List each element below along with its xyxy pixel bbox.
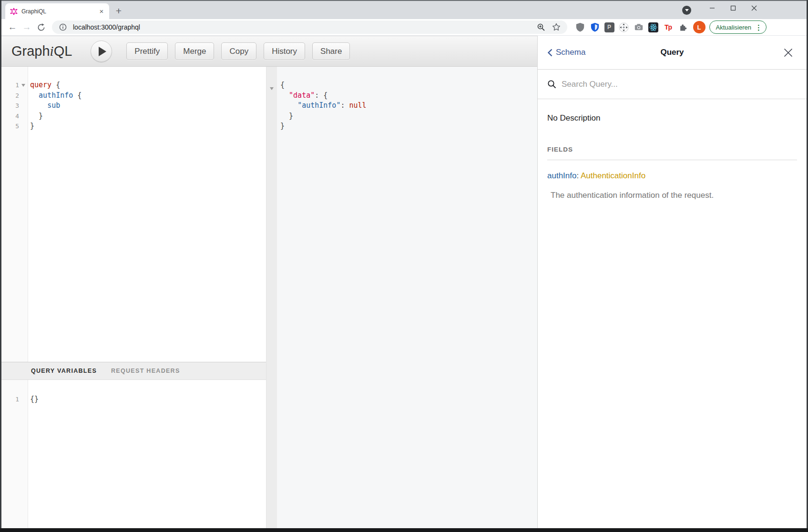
execute-button[interactable] <box>91 41 112 62</box>
doc-explorer-body: No Description FIELDS authInfo: Authenti… <box>538 99 807 200</box>
copy-button[interactable]: Copy <box>221 42 256 60</box>
window-border-top <box>0 0 808 1</box>
browser-tab[interactable]: GraphiQL × <box>5 3 109 19</box>
query-fold-arrow-icon[interactable] <box>19 84 28 87</box>
history-button[interactable]: History <box>264 42 305 60</box>
new-tab-button[interactable]: + <box>112 4 125 18</box>
bookmark-star-icon[interactable] <box>551 22 562 32</box>
field-row: authInfo: AuthenticationInfo <box>547 171 797 181</box>
result-pane: { "data": { "authInfo": null }} <box>266 67 537 528</box>
editors-area: 12345 query { authInfo { sub }} QUERY VA… <box>1 67 537 528</box>
query-editor[interactable]: 12345 query { authInfo { sub }} <box>1 67 266 362</box>
graphiql-main: GraphiQL Prettify Merge Copy History Sha… <box>1 36 537 528</box>
extensions-row: P <box>575 22 688 32</box>
doc-search-row <box>538 70 807 99</box>
adblock-shield-icon[interactable] <box>575 22 585 32</box>
share-button[interactable]: Share <box>312 42 350 60</box>
page-info-icon[interactable] <box>58 22 68 32</box>
query-code[interactable]: query { authInfo { sub }} <box>28 67 266 362</box>
result-fold-arrow-icon[interactable] <box>270 83 274 94</box>
update-button[interactable]: Aktualisieren ⋮ <box>709 20 767 34</box>
type-description: No Description <box>547 113 797 123</box>
window-border-left <box>0 0 1 532</box>
variables-editor[interactable]: 1 {} <box>1 380 266 528</box>
fields-divider <box>547 160 797 160</box>
tab-request-headers[interactable]: REQUEST HEADERS <box>111 368 180 374</box>
variables-code[interactable]: {} <box>28 380 266 528</box>
password-shield-icon[interactable] <box>590 22 600 32</box>
close-window-button[interactable] <box>744 1 765 15</box>
address-bar[interactable]: localhost:3000/graphql <box>52 20 567 34</box>
url-text: localhost:3000/graphql <box>73 23 531 31</box>
tab-title: GraphiQL <box>21 8 94 15</box>
extensions-puzzle-icon[interactable] <box>678 22 688 32</box>
zoom-icon[interactable] <box>536 22 546 32</box>
forward-button[interactable]: → <box>20 20 34 34</box>
p-extension-icon[interactable]: P <box>604 22 614 32</box>
browser-titlebar: GraphiQL × + <box>1 1 807 19</box>
result-viewer: { "data": { "authInfo": null }} <box>277 67 537 528</box>
doc-explorer-panel: Query Schema <box>537 36 807 528</box>
caret-circle-icon[interactable] <box>682 6 691 15</box>
back-button[interactable]: ← <box>5 20 20 34</box>
variables-gutter: 1 <box>1 380 28 528</box>
fields-heading: FIELDS <box>547 146 797 153</box>
minimize-button[interactable] <box>702 1 723 15</box>
graphiql-toolbar: GraphiQL Prettify Merge Copy History Sha… <box>1 36 537 67</box>
reload-button[interactable] <box>34 20 48 34</box>
play-icon <box>99 47 106 56</box>
doc-back-link[interactable]: Schema <box>547 48 585 57</box>
doc-back-label: Schema <box>556 48 585 57</box>
query-pane: 12345 query { authInfo { sub }} QUERY VA… <box>1 67 266 528</box>
tp-extension-icon[interactable]: Tp <box>663 22 674 32</box>
toolbar-buttons: Prettify Merge Copy History Share <box>126 42 350 60</box>
tab-close-icon[interactable]: × <box>98 8 105 15</box>
taskbar-strip <box>0 528 808 532</box>
window-controls <box>702 1 765 15</box>
doc-search-input[interactable] <box>562 80 797 89</box>
search-icon <box>547 80 557 89</box>
move-cross-icon[interactable] <box>619 22 629 32</box>
camera-icon[interactable] <box>634 22 644 32</box>
browser-menu-icon[interactable]: ⋮ <box>754 24 764 31</box>
field-description: The authentication information of the re… <box>551 191 797 200</box>
browser-navbar: ← → localhost:3000/graphql <box>1 19 807 36</box>
prettify-button[interactable]: Prettify <box>126 42 168 60</box>
chevron-left-icon <box>547 49 552 57</box>
react-devtools-icon[interactable] <box>648 22 659 32</box>
field-type-link[interactable]: AuthenticationInfo <box>581 171 645 180</box>
result-fold-gutter <box>266 67 277 528</box>
tab-query-variables[interactable]: QUERY VARIABLES <box>31 368 97 374</box>
variables-tab-bar: QUERY VARIABLES REQUEST HEADERS <box>1 362 266 380</box>
doc-explorer-header: Query Schema <box>538 36 807 70</box>
profile-avatar[interactable]: L <box>693 21 706 33</box>
field-name-link[interactable]: authInfo <box>547 171 576 180</box>
maximize-button[interactable] <box>723 1 744 15</box>
update-button-label: Aktualisieren <box>716 24 751 31</box>
graphiql-app: GraphiQL Prettify Merge Copy History Sha… <box>1 36 807 528</box>
merge-button[interactable]: Merge <box>175 42 214 60</box>
graphiql-logo: GraphiQL <box>11 43 72 59</box>
query-gutter: 12345 <box>1 67 28 362</box>
field-colon: : <box>576 171 579 180</box>
doc-close-button[interactable] <box>783 48 793 58</box>
graphql-favicon-icon <box>10 8 18 15</box>
